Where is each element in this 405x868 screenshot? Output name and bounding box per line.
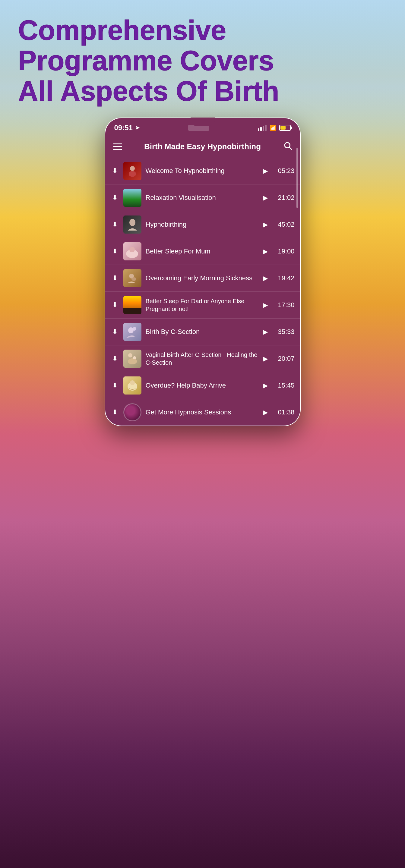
play-button[interactable]: ▶ <box>263 409 270 416</box>
menu-button[interactable] <box>113 144 122 150</box>
svg-point-15 <box>130 380 135 385</box>
play-button[interactable]: ▶ <box>263 328 270 336</box>
download-icon[interactable]: ⬇ <box>111 194 119 202</box>
track-duration: 20:07 <box>274 355 295 363</box>
track-thumbnail <box>123 216 141 234</box>
app-header: Birth Made Easy Hypnobirthing <box>105 135 300 158</box>
track-duration: 01:38 <box>274 408 295 416</box>
track-name: Welcome To Hypnobirthing <box>146 167 259 176</box>
track-info: Overdue? Help Baby Arrive <box>146 381 259 390</box>
track-duration: 21:02 <box>274 194 295 202</box>
track-info: Better Sleep For Mum <box>146 247 259 256</box>
headline-text: Comprehensive Programme Covers All Aspec… <box>18 15 387 107</box>
track-name: Better Sleep For Dad or Anyone Else Preg… <box>146 297 259 313</box>
thumb-person <box>123 162 141 180</box>
track-name: Hypnobirthing <box>146 220 259 229</box>
track-duration: 45:02 <box>274 221 295 228</box>
download-icon[interactable]: ⬇ <box>111 301 119 309</box>
svg-line-1 <box>289 147 291 150</box>
download-icon[interactable]: ⬇ <box>111 408 119 416</box>
track-info: Get More Hypnosis Sessions <box>146 408 259 417</box>
svg-point-13 <box>133 356 136 359</box>
status-icons: 📶 <box>258 124 291 131</box>
track-thumbnail <box>123 162 141 180</box>
track-name: Vaginal Birth After C-Section - Healing … <box>146 351 259 367</box>
camera-notch <box>191 118 215 126</box>
play-button[interactable]: ▶ <box>263 275 270 282</box>
track-thumbnail <box>123 269 141 287</box>
track-item[interactable]: ⬇ Birth By C-Section ▶ 35:33 <box>105 318 300 345</box>
track-name: Better Sleep For Mum <box>146 247 259 256</box>
play-button[interactable]: ▶ <box>263 382 270 389</box>
track-thumbnail <box>123 403 141 421</box>
track-name: Overcoming Early Morning Sickness <box>146 274 259 283</box>
track-info: Hypnobirthing <box>146 220 259 229</box>
track-info: Vaginal Birth After C-Section - Healing … <box>146 351 259 367</box>
download-icon[interactable]: ⬇ <box>111 381 119 390</box>
svg-point-10 <box>133 327 136 331</box>
track-thumbnail <box>123 296 141 314</box>
phone-frame: 09:51 ➤ 📶 <box>105 118 301 426</box>
wifi-icon: 📶 <box>269 124 276 131</box>
track-duration: 19:00 <box>274 247 295 255</box>
svg-point-11 <box>128 353 133 358</box>
track-info: Birth By C-Section <box>146 328 259 336</box>
track-item[interactable]: ⬇ Overdue? Help Baby Arrive ▶ 15:45 <box>105 372 300 399</box>
track-list: ⬇ Welcome To Hypnobirthing ▶ 05:23 <box>105 158 300 426</box>
download-icon[interactable]: ⬇ <box>111 167 119 175</box>
svg-point-12 <box>128 358 137 364</box>
play-button[interactable]: ▶ <box>263 221 270 228</box>
track-item[interactable]: ⬇ Vaginal Birth After C-Section - Healin… <box>105 345 300 372</box>
download-icon[interactable]: ⬇ <box>111 355 119 363</box>
signal-bars <box>258 125 267 131</box>
track-item[interactable]: ⬇ Better Sleep For Mum ▶ 19:00 <box>105 238 300 265</box>
play-button[interactable]: ▶ <box>263 167 270 175</box>
track-name: Relaxation Visualisation <box>146 193 259 202</box>
track-item[interactable]: ⬇ Overcoming Early Morning Sickness ▶ 19… <box>105 265 300 292</box>
track-info: Overcoming Early Morning Sickness <box>146 274 259 283</box>
track-item[interactable]: ⬇ Welcome To Hypnobirthing ▶ 05:23 <box>105 158 300 184</box>
signal-bar-3 <box>263 126 264 131</box>
app-title: Birth Made Easy Hypnobirthing <box>128 142 277 151</box>
download-icon[interactable]: ⬇ <box>111 247 119 255</box>
hamburger-line-1 <box>113 144 122 144</box>
svg-point-4 <box>129 219 136 226</box>
scrollbar-indicator <box>296 148 298 208</box>
track-duration: 19:42 <box>274 274 295 282</box>
signal-bar-1 <box>258 128 259 131</box>
signal-bar-4 <box>265 125 267 131</box>
track-item[interactable]: ⬇ Hypnobirthing ▶ 45:02 <box>105 211 300 238</box>
track-name: Overdue? Help Baby Arrive <box>146 381 259 390</box>
download-icon[interactable]: ⬇ <box>111 274 119 282</box>
track-duration: 05:23 <box>274 167 295 175</box>
search-button[interactable] <box>283 141 292 152</box>
hamburger-line-3 <box>113 149 122 150</box>
battery-fill <box>281 126 286 130</box>
play-button[interactable]: ▶ <box>263 301 270 309</box>
svg-point-3 <box>129 171 136 177</box>
play-button[interactable]: ▶ <box>263 355 270 362</box>
track-duration: 17:30 <box>274 301 295 309</box>
track-name: Get More Hypnosis Sessions <box>146 408 259 417</box>
track-name: Birth By C-Section <box>146 328 259 336</box>
track-info: Relaxation Visualisation <box>146 193 259 202</box>
track-info: Better Sleep For Dad or Anyone Else Preg… <box>146 297 259 313</box>
svg-point-2 <box>130 166 135 171</box>
play-button[interactable]: ▶ <box>263 194 270 201</box>
phone-mockup: 09:51 ➤ 📶 <box>105 118 301 426</box>
signal-bar-2 <box>260 127 262 131</box>
headline-section: Comprehensive Programme Covers All Aspec… <box>0 15 405 107</box>
track-info: Welcome To Hypnobirthing <box>146 167 259 176</box>
svg-point-6 <box>129 247 135 252</box>
battery-icon <box>279 125 291 131</box>
track-item[interactable]: ⬇ Relaxation Visualisation ▶ 21:02 <box>105 184 300 211</box>
status-time-section: 09:51 ➤ <box>114 124 140 132</box>
download-icon[interactable]: ⬇ <box>111 221 119 228</box>
track-duration: 15:45 <box>274 381 295 390</box>
track-item[interactable]: ⬇ Better Sleep For Dad or Anyone Else Pr… <box>105 292 300 318</box>
track-item[interactable]: ⬇ Get More Hypnosis Sessions ▶ 01:38 <box>105 399 300 426</box>
time-display: 09:51 <box>114 124 133 132</box>
download-icon[interactable]: ⬇ <box>111 328 119 336</box>
play-button[interactable]: ▶ <box>263 248 270 255</box>
svg-point-9 <box>128 327 134 333</box>
